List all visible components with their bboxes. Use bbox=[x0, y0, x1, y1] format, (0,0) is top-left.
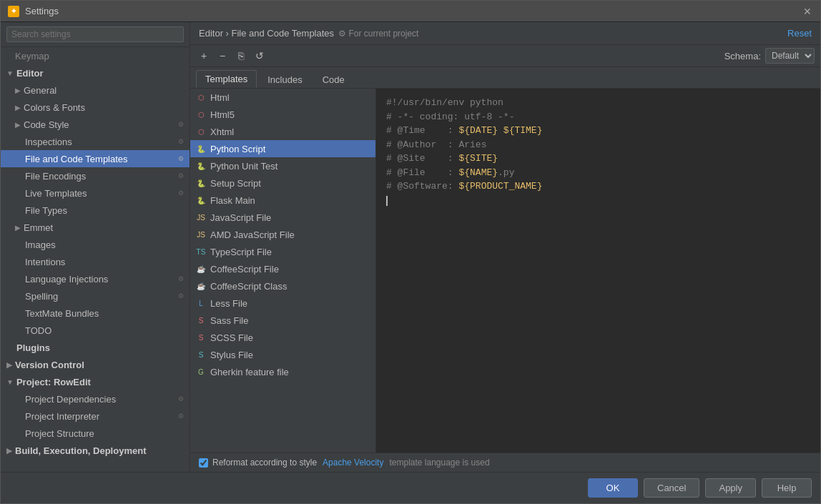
flask-main-icon: 🐍 bbox=[196, 195, 206, 205]
file-item-flask-main[interactable]: 🐍 Flask Main bbox=[190, 192, 375, 209]
sidebar-item-todo[interactable]: TODO bbox=[1, 322, 190, 339]
breadcrumb: Editor › File and Code Templates ⚙ For c… bbox=[199, 28, 418, 39]
sass-icon: S bbox=[196, 315, 206, 325]
sidebar-item-project-structure[interactable]: Project Structure bbox=[1, 425, 190, 442]
sidebar-item-colors-fonts[interactable]: ▶ Colors & Fonts bbox=[1, 99, 190, 116]
sidebar-item-spelling[interactable]: Spelling ⚙ bbox=[1, 287, 190, 305]
coffee-class-icon: ☕ bbox=[196, 281, 206, 291]
file-item-stylus-file[interactable]: S Stylus File bbox=[190, 346, 375, 363]
file-item-sass-file[interactable]: S Sass File bbox=[190, 312, 375, 329]
file-item-less-file[interactable]: L Less File bbox=[190, 295, 375, 312]
sidebar-item-emmet[interactable]: ▶ Emmet bbox=[1, 219, 190, 236]
colors-arrow: ▶ bbox=[15, 104, 21, 112]
file-item-amd-javascript-file[interactable]: JS AMD JavaScript File bbox=[190, 226, 375, 243]
sidebar-item-file-types[interactable]: File Types bbox=[1, 202, 190, 219]
less-icon: L bbox=[196, 298, 206, 308]
remove-template-button[interactable]: − bbox=[215, 48, 230, 64]
fe-settings-icon: ⚙ bbox=[178, 172, 184, 179]
sidebar-item-code-style[interactable]: ▶ Code Style ⚙ bbox=[1, 116, 190, 133]
velocity-link[interactable]: Apache Velocity bbox=[323, 458, 383, 468]
apply-button[interactable]: Apply bbox=[705, 478, 756, 498]
schema-select[interactable]: Default bbox=[765, 48, 815, 64]
reset-template-button[interactable]: ↺ bbox=[252, 48, 267, 64]
sidebar: Keymap ▼ Editor ▶ General ▶ Colors & Fon… bbox=[1, 22, 190, 472]
sidebar-item-language-injections[interactable]: Language Injections ⚙ bbox=[1, 270, 190, 287]
sidebar-item-file-encodings[interactable]: File Encodings ⚙ bbox=[1, 167, 190, 184]
live-templates-label: Live Templates bbox=[25, 188, 87, 199]
file-item-python-script[interactable]: 🐍 Python Script bbox=[190, 140, 375, 157]
copy-template-button[interactable]: ⎘ bbox=[233, 48, 249, 64]
sidebar-item-inspections[interactable]: Inspections ⚙ bbox=[1, 133, 190, 150]
gherkin-icon: G bbox=[196, 367, 206, 377]
file-item-xhtml[interactable]: ⬡ Xhtml bbox=[190, 123, 375, 140]
dialog-footer: OK Cancel Apply Help bbox=[1, 472, 820, 503]
sidebar-item-images[interactable]: Images bbox=[1, 236, 190, 253]
li-settings-icon: ⚙ bbox=[178, 275, 184, 282]
sidebar-item-textmate[interactable]: TextMate Bundles bbox=[1, 305, 190, 322]
code-style-label: Code Style bbox=[24, 119, 69, 130]
sidebar-item-general[interactable]: ▶ General bbox=[1, 81, 190, 99]
code-style-settings-icon: ⚙ bbox=[178, 121, 184, 128]
cancel-button[interactable]: Cancel bbox=[644, 478, 699, 498]
sidebar-item-keymap[interactable]: Keymap bbox=[1, 47, 190, 64]
inspections-settings-icon: ⚙ bbox=[178, 138, 184, 145]
emmet-arrow: ▶ bbox=[15, 224, 21, 232]
code-editor[interactable]: #!/usr/bin/env python # -*- coding: utf-… bbox=[376, 89, 820, 453]
sidebar-item-build[interactable]: ▶ Build, Execution, Deployment bbox=[1, 442, 190, 459]
sidebar-item-editor[interactable]: ▼ Editor bbox=[1, 64, 190, 81]
file-item-scss-file[interactable]: S SCSS File bbox=[190, 329, 375, 346]
sidebar-item-intentions[interactable]: Intentions bbox=[1, 253, 190, 270]
tab-code-label: Code bbox=[323, 74, 345, 85]
help-button[interactable]: Help bbox=[762, 478, 812, 498]
file-item-sass-label: Sass File bbox=[210, 315, 248, 326]
file-item-python-unit-test[interactable]: 🐍 Python Unit Test bbox=[190, 157, 375, 174]
file-encodings-label: File Encodings bbox=[25, 171, 86, 182]
sidebar-item-version-control[interactable]: ▶ Version Control bbox=[1, 356, 190, 373]
file-item-html5[interactable]: ⬡ Html5 bbox=[190, 106, 375, 123]
sidebar-item-project-interpreter[interactable]: Project Interpreter ⚙ bbox=[1, 407, 190, 425]
tab-includes[interactable]: Includes bbox=[258, 71, 311, 88]
main-content: Keymap ▼ Editor ▶ General ▶ Colors & Fon… bbox=[1, 22, 820, 472]
close-button[interactable]: ✕ bbox=[802, 6, 813, 17]
schema-area: Schema: Default bbox=[724, 48, 815, 64]
file-code-templates-label: File and Code Templates bbox=[25, 154, 128, 164]
title-bar: ✦ Settings ✕ bbox=[1, 1, 820, 22]
sidebar-item-plugins[interactable]: Plugins bbox=[1, 339, 190, 356]
ok-button[interactable]: OK bbox=[588, 478, 638, 498]
scss-icon: S bbox=[196, 332, 206, 342]
file-item-less-label: Less File bbox=[210, 298, 247, 309]
file-item-javascript-file[interactable]: JS JavaScript File bbox=[190, 209, 375, 226]
tab-code[interactable]: Code bbox=[313, 71, 354, 88]
add-template-button[interactable]: + bbox=[196, 48, 212, 64]
reset-link[interactable]: Reset bbox=[787, 28, 812, 39]
file-item-gherkin[interactable]: G Gherkin feature file bbox=[190, 363, 375, 380]
general-label: General bbox=[24, 85, 56, 96]
sidebar-item-project[interactable]: ▼ Project: RowEdit bbox=[1, 373, 190, 390]
file-item-setup-script[interactable]: 🐍 Setup Script bbox=[190, 174, 375, 192]
breadcrumb-path: Editor › File and Code Templates bbox=[199, 28, 334, 39]
code-style-arrow: ▶ bbox=[15, 121, 21, 129]
file-item-coffeescript-file[interactable]: ☕ CoffeeScript File bbox=[190, 260, 375, 277]
colors-fonts-label: Colors & Fonts bbox=[24, 102, 85, 113]
images-label: Images bbox=[25, 239, 56, 250]
reformat-checkbox[interactable] bbox=[199, 458, 208, 468]
file-item-typescript-file[interactable]: TS TypeScript File bbox=[190, 243, 375, 260]
file-item-coffeescript-class[interactable]: ☕ CoffeeScript Class bbox=[190, 277, 375, 295]
spelling-label: Spelling bbox=[25, 291, 58, 302]
python-unit-test-icon: 🐍 bbox=[196, 161, 206, 171]
tab-templates[interactable]: Templates bbox=[196, 70, 257, 88]
project-interpreter-label: Project Interpreter bbox=[25, 411, 99, 422]
file-item-python-script-label: Python Script bbox=[210, 144, 265, 154]
code-line-7: # @Software: ${PRODUCT_NAME} bbox=[386, 179, 810, 194]
sidebar-item-live-templates[interactable]: Live Templates ⚙ bbox=[1, 184, 190, 202]
file-item-setup-script-label: Setup Script bbox=[210, 178, 261, 189]
right-panel: Editor › File and Code Templates ⚙ For c… bbox=[190, 22, 820, 472]
sidebar-item-file-code-templates[interactable]: File and Code Templates ⚙ bbox=[1, 150, 190, 167]
editor-footer: Reformat according to style Apache Veloc… bbox=[190, 453, 820, 472]
file-item-html5-label: Html5 bbox=[210, 109, 235, 120]
file-item-html[interactable]: ⬡ Html bbox=[190, 89, 375, 106]
search-input[interactable] bbox=[6, 26, 184, 42]
sp-settings-icon: ⚙ bbox=[178, 292, 184, 300]
sidebar-item-project-deps[interactable]: Project Dependencies ⚙ bbox=[1, 390, 190, 407]
xhtml-icon: ⬡ bbox=[196, 127, 206, 137]
